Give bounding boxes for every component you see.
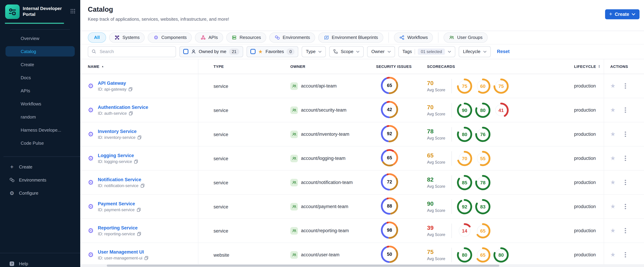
kebab-menu-icon[interactable] [624,82,627,90]
owned-by-me-checkbox[interactable] [183,49,188,54]
tab-resources[interactable]: Resources [226,32,266,43]
kebab-menu-icon[interactable] [624,155,627,162]
sidebar-item-harness-develope[interactable]: Harness Develope... [6,125,75,135]
entity-name-link[interactable]: Authentication Service [98,104,148,110]
owner-name[interactable]: account/notification-team [301,180,353,185]
owned-by-me-count: 21 [229,48,239,55]
copy-icon[interactable] [129,111,133,115]
owned-by-me-filter[interactable]: Owned by me 21 [180,46,243,57]
scrollbar-thumb[interactable] [107,264,499,267]
copy-icon[interactable] [137,208,141,212]
apps-grid-icon[interactable] [70,8,76,15]
sidebar-item-environments[interactable]: Environments [0,173,80,186]
tab-environments[interactable]: Environments [269,32,315,43]
favorite-star-icon[interactable]: ★ [610,204,616,210]
tab-environment-blueprints[interactable]: A Environment Blueprints [318,32,383,43]
favorite-star-icon[interactable]: ★ [610,252,616,258]
favorite-star-icon[interactable]: ★ [610,83,616,89]
column-header-lifecycle[interactable]: LIFECYCLE ▲▼ [574,64,604,68]
svg-text:A: A [326,36,327,39]
tab-components[interactable]: ⚙ Components [148,32,192,43]
favorite-star-icon[interactable]: ★ [610,107,616,113]
sidebar-item-code-pulse[interactable]: Code Pulse [6,138,75,148]
tags-filter-dropdown[interactable]: Tags 01 selected [398,46,456,57]
copy-icon[interactable] [137,232,141,236]
owner-name[interactable]: account/reporting-team [301,228,349,233]
avg-score-label: Avg Score [427,136,449,140]
favorites-checkbox[interactable] [250,49,255,54]
entity-name-link[interactable]: User Management UI [98,249,148,254]
scorecard-rings: 8578 [457,174,491,190]
owner-name[interactable]: account/inventory-team [301,132,350,137]
type-filter-dropdown[interactable]: Type [302,46,326,57]
team-icon [290,106,298,114]
favorites-filter[interactable]: ★ Favorites 0 [246,46,298,57]
tab-apis[interactable]: APIs [195,32,223,43]
sidebar-item-create[interactable]: Create [6,59,75,70]
tab-workflows[interactable]: Workflows [394,32,433,43]
sidebar-item-configure[interactable]: ⚙ Configure [0,186,80,200]
entity-id: ID: payment-service [98,207,134,212]
tab-user-groups[interactable]: User Groups [444,32,488,43]
owner-name[interactable]: account/user-team [301,252,340,257]
favorite-star-icon[interactable]: ★ [610,228,616,234]
sidebar-item-apis[interactable]: APIs [6,86,75,96]
entity-name-link[interactable]: Inventory Service [98,129,142,134]
copy-icon[interactable] [129,87,133,91]
entity-name-link[interactable]: Logging Service [98,153,138,158]
table-body: ⚙ API Gateway ID: api-gateway service ac… [80,74,644,267]
scope-filter-dropdown[interactable]: Scope [330,46,364,57]
kebab-menu-icon[interactable] [624,203,627,210]
horizontal-scrollbar[interactable] [80,264,644,267]
sidebar-item-help[interactable]: ? Help [0,253,80,267]
lifecycle-filter-dropdown[interactable]: Lifecycle [459,46,491,57]
kebab-menu-icon[interactable] [624,130,627,138]
scorecard-ring: 80 [475,102,491,118]
chevron-down-icon [483,51,486,53]
favorite-star-icon[interactable]: ★ [610,156,616,161]
column-header-name[interactable]: NAME ▲ [80,59,198,74]
svg-text:78: 78 [480,180,486,185]
kebab-menu-icon[interactable] [624,251,627,258]
kebab-menu-icon[interactable] [624,106,627,114]
person-icon [191,49,196,54]
sidebar-item-random[interactable]: random [6,112,75,122]
owner-name[interactable]: account/api-team [301,83,337,88]
entity-name-link[interactable]: API Gateway [98,80,133,86]
entity-name-link[interactable]: Reporting Service [98,225,141,230]
scorecard-rings: 9283 [457,198,491,214]
entity-name-link[interactable]: Payment Service [98,201,141,206]
copy-icon[interactable] [144,256,148,260]
owner-filter-dropdown[interactable]: Owner [367,46,395,57]
owner-name[interactable]: account/payment-team [301,204,348,209]
scorecard-rings: 908041 [457,102,509,118]
actions-cell: ★ [604,170,644,194]
security-issues-donut: 72 [380,173,398,192]
search-input[interactable] [99,49,172,54]
sidebar-item-workflows[interactable]: Workflows [6,98,75,109]
sidebar-item-catalog[interactable]: Catalog [6,46,75,56]
reset-filters-link[interactable]: Reset [497,49,510,54]
kebab-menu-icon[interactable] [624,227,627,234]
security-issues-donut: 65 [380,149,398,168]
sidebar-item-docs[interactable]: Docs [6,72,75,83]
favorite-star-icon[interactable]: ★ [610,131,616,137]
copy-icon[interactable] [138,135,142,139]
copy-icon[interactable] [134,159,138,164]
owner-name[interactable]: account/security-team [301,108,346,113]
page-header: Catalog Keep track of applications, serv… [80,0,644,31]
star-icon: ★ [258,49,263,54]
copy-icon[interactable] [140,184,145,188]
entity-name-link[interactable]: Notification Service [98,177,145,182]
tab-all[interactable]: All [88,32,106,43]
sidebar-item-create[interactable]: + Create [0,160,80,173]
create-button[interactable]: + Create [605,9,640,19]
favorite-star-icon[interactable]: ★ [610,180,616,185]
team-icon [290,227,298,234]
sidebar-item-overview[interactable]: Overview [6,33,75,44]
tags-selected-badge: 01 selected [418,48,445,55]
actions-cell: ★ [604,98,644,122]
owner-name[interactable]: account/logging-team [301,156,346,161]
kebab-menu-icon[interactable] [624,179,627,186]
tab-systems[interactable]: Systems [109,32,145,43]
